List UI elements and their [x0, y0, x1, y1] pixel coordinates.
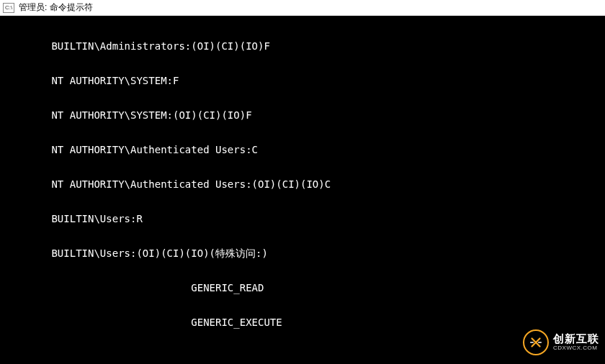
- terminal-line: GENERIC_EXECUTE: [3, 317, 602, 328]
- terminal-line: GENERIC_READ: [3, 282, 602, 294]
- terminal-line: NT AUTHORITY\Authenticated Users:C: [3, 144, 602, 155]
- terminal-line: BUILTIN\Administrators:(OI)(CI)(IO)F: [3, 40, 602, 52]
- watermark-logo-icon: [523, 329, 549, 355]
- watermark-text: 创新互联 CDXWCX.COM: [553, 333, 599, 351]
- terminal-line: NT AUTHORITY\SYSTEM:F: [3, 75, 602, 86]
- terminal-output[interactable]: BUILTIN\Administrators:(OI)(CI)(IO)F NT …: [0, 16, 605, 364]
- window-title: 管理员: 命令提示符: [19, 1, 93, 14]
- terminal-line: BUILTIN\Users:R: [3, 213, 602, 224]
- terminal-line: NT AUTHORITY\SYSTEM:(OI)(CI)(IO)F: [3, 109, 602, 121]
- watermark-cn: 创新互联: [553, 333, 599, 345]
- watermark: 创新互联 CDXWCX.COM: [523, 329, 599, 355]
- terminal-line: BUILTIN\Users:(OI)(CI)(IO)(特殊访问:): [3, 247, 602, 259]
- cmd-icon: C:\: [3, 3, 14, 13]
- window-title-bar[interactable]: C:\ 管理员: 命令提示符: [0, 0, 605, 16]
- watermark-en: CDXWCX.COM: [553, 345, 599, 352]
- terminal-line: NT AUTHORITY\Authenticated Users:(OI)(CI…: [3, 178, 602, 190]
